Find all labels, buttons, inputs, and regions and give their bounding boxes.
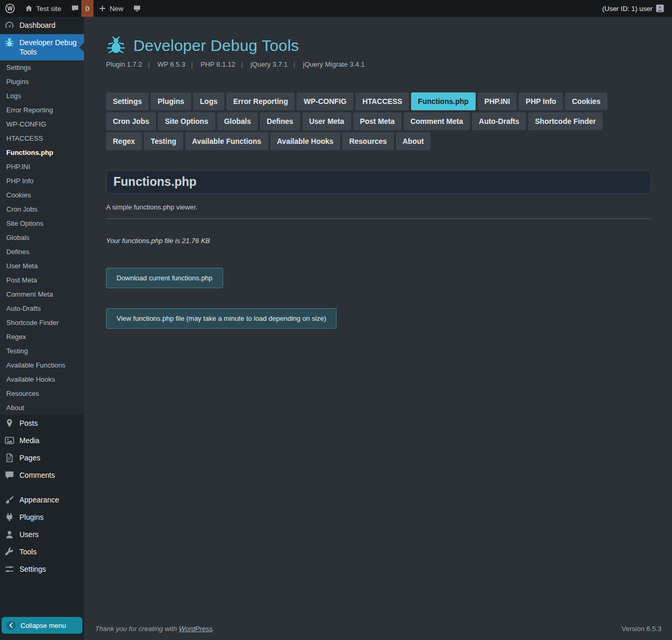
submenu-item[interactable]: PHP Info [0,174,84,188]
tab-button[interactable]: WP-CONFIG [297,92,353,110]
menu-item-label: Tools [19,547,37,557]
tools-icon [4,547,15,557]
submenu-item-label: Resources [6,390,39,397]
admin-menu: Dashboard Developer Debug Tools Settings… [0,17,84,640]
avatar [656,4,664,13]
menu-item[interactable]: Media [0,432,84,449]
submenu-item[interactable]: Plugins [0,75,84,89]
tab-button[interactable]: PHP Info [519,92,563,110]
tab-button[interactable]: Cookies [565,92,607,110]
submenu-item-label: Globals [6,234,29,242]
tab-button[interactable]: Shortcode Finder [528,112,603,130]
tab-button[interactable]: Available Hooks [270,132,341,150]
submenu-item[interactable]: Post Meta [0,273,84,287]
submenu-item[interactable]: HTACCESS [0,131,84,145]
tab-button[interactable]: Globals [217,112,258,130]
footer-thanks: Thank you for creating with WordPress. [95,625,215,633]
tab-button[interactable]: Comment Meta [404,112,470,130]
tab-button[interactable]: Regex [106,132,142,150]
menu-item-label: Posts [19,418,38,428]
wp-logo-menu[interactable]: W [0,0,20,17]
tab-button[interactable]: About [396,132,430,150]
version-meta-item: WP 6.5.3 [142,60,185,68]
tab-button[interactable]: Post Meta [353,112,402,130]
tab-button[interactable]: Settings [106,92,149,110]
menu-item[interactable]: Dashboard [0,17,84,34]
submenu-item[interactable]: Functions.php [0,145,84,160]
tab-button[interactable]: Plugins [151,92,191,110]
tab-button[interactable]: Site Options [158,112,215,130]
submenu-item[interactable]: Available Functions [0,358,84,372]
menu-item[interactable]: Comments [0,467,84,484]
submenu-item-label: WP-CONFIG [6,120,46,128]
menu-item[interactable]: Tools [0,543,84,561]
version-meta-item: jQuery 3.7.1 [235,60,288,68]
settings-icon [4,564,15,574]
tab-button[interactable]: HTACCESS [355,92,409,110]
tab-button[interactable]: Cron Jobs [106,112,156,130]
menu-item[interactable]: Plugins [0,509,84,526]
tab-button[interactable]: Resources [342,132,394,150]
submenu-item[interactable]: Globals [0,230,84,245]
wordpress-link[interactable]: WordPress [179,625,213,633]
menu-item[interactable]: Developer Debug Tools [0,34,84,60]
new-content-button[interactable]: New [93,0,128,17]
menu-item[interactable]: Settings [0,561,84,578]
submenu-item[interactable]: Cron Jobs [0,202,84,216]
submenu-item[interactable]: Available Hooks [0,372,84,386]
panel-title: Functions.php [113,175,644,189]
site-name-link[interactable]: Test site [20,0,66,17]
menu-item[interactable]: Pages [0,449,84,467]
menu-item[interactable]: Posts [0,415,84,432]
page-header: Developer Debug Tools [106,36,651,56]
submenu-item[interactable]: Settings [0,60,84,75]
submenu-item[interactable]: Auto-Drafts [0,301,84,316]
submenu-item-label: Auto-Drafts [6,305,41,312]
tab-button[interactable]: Error Reporting [226,92,295,110]
account-menu[interactable]: (User ID: 1) user [597,4,669,13]
submenu-item[interactable]: PHP.INI [0,160,84,174]
page-title: Developer Debug Tools [133,37,299,55]
submenu-item-label: Site Options [6,219,44,227]
debug-tools-bar-shortcut[interactable] [128,0,146,17]
submenu-item[interactable]: Logs [0,89,84,103]
tab-button[interactable]: Logs [193,92,224,110]
download-functions-button[interactable]: Download current functions.php [106,268,223,288]
submenu-item[interactable]: Comment Meta [0,287,84,301]
submenu-item[interactable]: WP-CONFIG [0,117,84,131]
tab-bar: Settings Plugins Logs Error Reporting WP… [106,92,626,150]
submenu-item[interactable]: Cookies [0,188,84,202]
comment-count-badge[interactable]: 0 [81,0,93,17]
bug-icon [4,37,15,48]
submenu-item[interactable]: Regex [0,330,84,344]
menu-item[interactable]: Users [0,526,84,543]
tab-button[interactable]: Defines [260,112,300,130]
submenu-item[interactable]: Testing [0,344,84,358]
collapse-menu-button[interactable]: Collapse menu [2,617,82,634]
menu-top: Dashboard Developer Debug Tools [0,17,84,60]
current-menu-arrow [79,43,84,52]
dashboard-icon [4,20,15,30]
pin-icon [4,418,15,428]
submenu-item[interactable]: User Meta [0,259,84,273]
plugin-icon [4,512,15,522]
submenu-item[interactable]: Resources [0,386,84,401]
submenu-item[interactable]: Defines [0,245,84,259]
home-icon [25,4,33,13]
submenu-item[interactable]: About [0,401,84,415]
tab-button[interactable]: PHP.INI [478,92,517,110]
submenu-item[interactable]: Error Reporting [0,103,84,117]
view-functions-button[interactable]: View functions.php file (may take a minu… [106,308,337,329]
tab-button[interactable]: Available Functions [185,132,268,150]
tab-button[interactable]: Functions.php [411,92,475,110]
submenu-item-label: PHP.INI [6,163,30,171]
panel-description: A simple functions.php viewer. [106,203,651,211]
tab-button[interactable]: Auto-Drafts [472,112,526,130]
submenu-item[interactable]: Shortcode Finder [0,316,84,330]
menu-item[interactable]: Appearance [0,491,84,509]
comments-link[interactable] [66,0,81,17]
tab-button[interactable]: User Meta [302,112,351,130]
submenu-item[interactable]: Site Options [0,216,84,230]
submenu-item-label: User Meta [6,262,38,270]
tab-button[interactable]: Testing [144,132,183,150]
